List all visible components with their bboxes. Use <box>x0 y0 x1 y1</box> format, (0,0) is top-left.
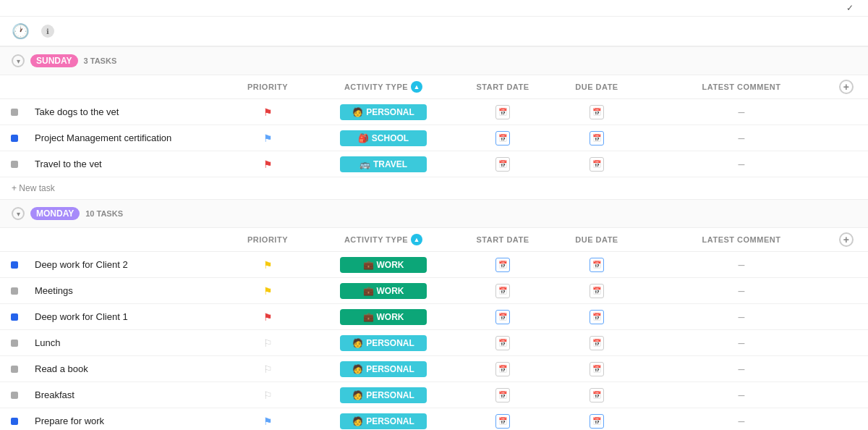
task-checkbox[interactable] <box>0 313 29 321</box>
calendar-icon[interactable]: 📅 <box>590 131 604 146</box>
activity-type-cell[interactable]: 🧑 PERSONAL <box>311 103 456 122</box>
task-checkbox[interactable] <box>0 287 29 295</box>
flag-none-icon: ⚐ <box>263 337 273 349</box>
activity-type-cell[interactable]: 🧑 PERSONAL <box>311 360 456 379</box>
calendar-icon[interactable]: 📅 <box>495 362 510 376</box>
hide-closed-btn[interactable]: ✓ <box>846 3 856 13</box>
calendar-icon[interactable]: 📅 <box>495 310 510 324</box>
comment-cell: – <box>644 363 839 376</box>
task-checkbox[interactable] <box>0 261 29 269</box>
activity-type-cell[interactable]: 🧑 PERSONAL <box>311 334 456 353</box>
col-activity-header[interactable]: ACTIVITY TYPE ▲ <box>311 234 456 245</box>
calendar-icon[interactable]: 📅 <box>590 105 604 119</box>
calendar-icon[interactable]: 📅 <box>590 388 604 402</box>
task-priority[interactable]: ⚑ <box>224 159 311 170</box>
calendar-icon[interactable]: 📅 <box>495 284 510 298</box>
col-activity-header[interactable]: ACTIVITY TYPE ▲ <box>311 81 456 93</box>
activity-type-cell[interactable]: 💼 WORK <box>311 282 456 300</box>
section-toggle-sunday[interactable]: ▾ <box>12 54 25 67</box>
task-priority[interactable]: ⚐ <box>224 337 311 349</box>
task-checkbox[interactable] <box>0 161 29 168</box>
due-date-cell[interactable]: 📅 <box>550 284 644 298</box>
calendar-icon[interactable]: 📅 <box>495 105 510 119</box>
calendar-icon[interactable]: 📅 <box>590 414 604 429</box>
col-headers-sunday: PRIORITY ACTIVITY TYPE ▲ START DATE DUE … <box>0 75 868 99</box>
calendar-icon[interactable]: 📅 <box>495 258 510 272</box>
task-priority[interactable]: ⚑ <box>224 106 311 118</box>
start-date-cell[interactable]: 📅 <box>456 284 550 298</box>
activity-type-cell[interactable]: 🚌 TRAVEL <box>311 155 456 174</box>
calendar-icon[interactable]: 📅 <box>590 336 604 350</box>
task-priority[interactable]: ⚑ <box>224 416 311 427</box>
task-checkbox[interactable] <box>0 109 29 116</box>
calendar-icon[interactable]: 📅 <box>495 336 510 350</box>
start-date-cell[interactable]: 📅 <box>456 336 550 350</box>
info-icon[interactable]: ℹ <box>41 25 54 38</box>
calendar-icon[interactable]: 📅 <box>495 414 510 429</box>
start-date-cell[interactable]: 📅 <box>456 414 550 429</box>
section-toggle-monday[interactable]: ▾ <box>12 207 25 220</box>
due-date-cell[interactable]: 📅 <box>550 258 644 272</box>
activity-type-cell[interactable]: 🧑 PERSONAL <box>311 386 456 405</box>
activity-type-cell[interactable]: 🎒 SCHOOL <box>311 129 456 148</box>
start-date-cell[interactable]: 📅 <box>456 131 550 146</box>
calendar-icon[interactable]: 📅 <box>590 258 604 272</box>
due-date-cell[interactable]: 📅 <box>550 388 644 402</box>
due-date-cell[interactable]: 📅 <box>550 105 644 119</box>
new-task-button[interactable] <box>60 29 69 33</box>
task-priority[interactable]: ⚐ <box>224 389 311 401</box>
flag-red-icon: ⚑ <box>263 311 273 323</box>
task-checkbox[interactable] <box>0 392 29 399</box>
sort-icon: ▲ <box>411 81 422 93</box>
activity-type-cell[interactable]: 🧑 PERSONAL <box>311 412 456 431</box>
start-date-cell[interactable]: 📅 <box>456 310 550 324</box>
due-date-cell[interactable]: 📅 <box>550 414 644 429</box>
task-checkbox[interactable] <box>0 418 29 425</box>
start-date-cell[interactable]: 📅 <box>456 258 550 272</box>
due-date-cell[interactable]: 📅 <box>550 310 644 324</box>
activity-type-cell[interactable]: 💼 WORK <box>311 256 456 274</box>
col-add-header[interactable]: + <box>839 80 868 94</box>
add-task-row[interactable]: + New task <box>0 177 868 199</box>
task-priority[interactable]: ⚑ <box>224 132 311 144</box>
comment-cell: – <box>644 132 839 145</box>
comment-cell: – <box>644 258 839 271</box>
calendar-icon[interactable]: 📅 <box>590 157 604 172</box>
check-icon: ✓ <box>846 3 854 13</box>
comment-cell: – <box>644 311 839 324</box>
start-date-cell[interactable]: 📅 <box>456 388 550 402</box>
flag-red-icon: ⚑ <box>263 159 273 170</box>
due-date-cell[interactable]: 📅 <box>550 362 644 376</box>
due-date-cell[interactable]: 📅 <box>550 131 644 146</box>
calendar-icon[interactable]: 📅 <box>590 310 604 324</box>
task-priority[interactable]: ⚐ <box>224 363 311 375</box>
due-date-cell[interactable]: 📅 <box>550 336 644 350</box>
col-add-header[interactable]: + <box>839 232 868 247</box>
calendar-icon[interactable]: 📅 <box>495 388 510 402</box>
activity-label: PERSONAL <box>366 107 414 117</box>
col-headers-monday: PRIORITY ACTIVITY TYPE ▲ START DATE DUE … <box>0 228 868 252</box>
flag-red-icon: ⚑ <box>263 106 273 118</box>
calendar-icon[interactable]: 📅 <box>590 284 604 298</box>
due-date-cell[interactable]: 📅 <box>550 157 644 172</box>
calendar-icon[interactable]: 📅 <box>590 362 604 376</box>
sort-icon: ▲ <box>411 234 422 245</box>
col-duedate-header: DUE DATE <box>550 235 644 244</box>
activity-badge: 🚌 TRAVEL <box>340 156 427 172</box>
start-date-cell[interactable]: 📅 <box>456 105 550 119</box>
col-startdate-header: START DATE <box>456 83 550 91</box>
calendar-icon[interactable]: 📅 <box>495 157 510 172</box>
task-checkbox[interactable] <box>0 340 29 347</box>
start-date-cell[interactable]: 📅 <box>456 157 550 172</box>
flag-blue-icon: ⚑ <box>263 416 273 427</box>
page-header: 🕐 ℹ <box>0 17 868 46</box>
task-priority[interactable]: ⚑ <box>224 311 311 323</box>
task-checkbox[interactable] <box>0 366 29 373</box>
calendar-icon[interactable]: 📅 <box>495 131 510 146</box>
task-priority[interactable]: ⚑ <box>224 259 311 271</box>
activity-emoji: 🚌 <box>359 159 370 169</box>
task-priority[interactable]: ⚑ <box>224 285 311 297</box>
start-date-cell[interactable]: 📅 <box>456 362 550 376</box>
task-checkbox[interactable] <box>0 135 29 142</box>
activity-type-cell[interactable]: 💼 WORK <box>311 308 456 326</box>
